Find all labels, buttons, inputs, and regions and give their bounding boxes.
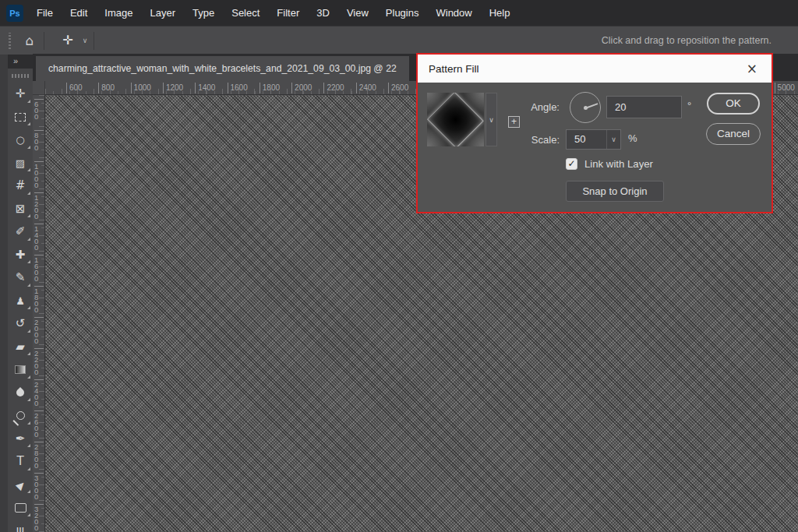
- dodge-tool-icon: [16, 411, 25, 420]
- separator: [44, 32, 44, 50]
- scale-label: Scale:: [511, 134, 560, 146]
- angle-label: Angle:: [511, 101, 560, 113]
- pen-tool[interactable]: ✒: [8, 428, 33, 451]
- ruler-label: 1800: [260, 83, 280, 93]
- clone-stamp-tool[interactable]: ♟: [8, 290, 33, 313]
- gradient-tool[interactable]: [8, 358, 33, 382]
- pattern-preview-diamond: [427, 93, 483, 146]
- spot-healing-brush-tool[interactable]: ✚: [8, 244, 33, 267]
- eyedropper-tool[interactable]: ✐: [8, 220, 33, 244]
- object-selection-tool[interactable]: ▨: [8, 152, 33, 175]
- ruler-label: 2400: [356, 83, 376, 93]
- crop-tool[interactable]: #: [8, 174, 33, 198]
- blur-tool[interactable]: [8, 382, 33, 405]
- ruler-label: 1 2 0 0: [34, 192, 44, 220]
- ruler-label: 1 6 0 0: [34, 255, 44, 282]
- menu-item-filter[interactable]: Filter: [268, 0, 308, 26]
- ruler-label: 2200: [323, 83, 344, 93]
- frame-tool-icon: ⊠: [16, 203, 26, 215]
- ruler-label: 1 8 0 0: [34, 286, 44, 313]
- menu-item-type[interactable]: Type: [184, 0, 223, 26]
- tool-preset-chevron-icon[interactable]: ∨: [79, 26, 91, 55]
- document-tab[interactable]: charming_attractive_woman_with_white_bra…: [36, 56, 409, 81]
- options-grip-handle[interactable]: [9, 33, 11, 49]
- status-hint-text: Click and drag to reposition the pattern…: [602, 26, 772, 55]
- scale-chevron-icon[interactable]: ∨: [606, 130, 620, 149]
- rectangle-tool[interactable]: [8, 496, 33, 520]
- type-tool-icon: T: [16, 456, 23, 467]
- menu-item-file[interactable]: File: [28, 0, 62, 26]
- rectangular-marquee-tool-icon: [15, 113, 26, 122]
- move-tool-icon[interactable]: ✛: [58, 26, 78, 55]
- tools-panel-header[interactable]: »: [8, 55, 33, 69]
- menu-item-select[interactable]: Select: [223, 0, 268, 26]
- frame-tool[interactable]: ⊠: [8, 198, 33, 221]
- eraser-tool-icon: ▰: [16, 341, 25, 353]
- ruler-label: 2000: [291, 83, 312, 93]
- double-chevron-icon[interactable]: »: [13, 56, 17, 65]
- ruler-label: 1 4 0 0: [34, 224, 44, 251]
- brush-tool[interactable]: ✎: [8, 266, 33, 290]
- menu-item-3d[interactable]: 3D: [308, 0, 338, 26]
- ruler-label: 8 0 0: [34, 130, 44, 151]
- dodge-tool[interactable]: [8, 404, 33, 428]
- ruler-label: 5000: [775, 83, 795, 93]
- vertical-ruler[interactable]: 6 0 08 0 01 0 0 01 2 0 01 4 0 01 6 0 01 …: [33, 95, 45, 532]
- pattern-thumbnail[interactable]: [427, 93, 484, 146]
- separator: [94, 32, 94, 50]
- menu-item-plugins[interactable]: Plugins: [377, 0, 428, 26]
- home-icon[interactable]: ⌂: [20, 26, 39, 55]
- eraser-tool[interactable]: ▰: [8, 336, 33, 359]
- new-pattern-button[interactable]: +: [508, 116, 520, 128]
- object-selection-tool-icon: ▨: [16, 158, 25, 168]
- panel-dock-edge: [0, 55, 8, 532]
- menu-item-help[interactable]: Help: [481, 0, 519, 26]
- blur-tool-icon: [16, 389, 24, 396]
- pattern-picker-chevron-icon[interactable]: ∨: [486, 93, 497, 146]
- ruler-label: 2 2 0 0: [34, 348, 44, 375]
- menu-item-window[interactable]: Window: [427, 0, 480, 26]
- hand-tool[interactable]: ψ: [8, 520, 33, 532]
- link-with-layer-checkbox[interactable]: ✓: [566, 158, 577, 170]
- menu-item-view[interactable]: View: [338, 0, 377, 26]
- lasso-tool[interactable]: ○: [8, 129, 33, 152]
- link-with-layer-label: Link with Layer: [584, 158, 653, 170]
- ruler-label: 1400: [195, 83, 215, 93]
- ruler-label: 3 0 0 0: [34, 473, 44, 500]
- rectangle-tool-icon: [15, 503, 26, 513]
- history-brush-tool[interactable]: ↺: [8, 312, 33, 336]
- pen-tool-icon: ✒: [16, 433, 26, 445]
- crop-tool-icon: #: [16, 180, 26, 192]
- gradient-tool-icon: [15, 365, 26, 374]
- ruler-label: 2600: [388, 83, 408, 93]
- move-tool[interactable]: ✛: [8, 83, 33, 106]
- cancel-button[interactable]: Cancel: [706, 123, 761, 145]
- tools-grip-handle[interactable]: [12, 74, 29, 78]
- ruler-corner: [33, 81, 45, 95]
- angle-dial[interactable]: [570, 92, 601, 123]
- dialog-title: Pattern Fill: [429, 63, 743, 75]
- move-tool-icon: ✛: [16, 88, 26, 100]
- ruler-label: 6 0 0: [34, 99, 44, 120]
- ok-button[interactable]: OK: [707, 93, 760, 115]
- options-bar: ⌂ ✛ ∨ Click and drag to reposition the p…: [0, 26, 798, 55]
- menu-item-layer[interactable]: Layer: [142, 0, 185, 26]
- hand-tool-icon: ψ: [16, 525, 24, 532]
- lasso-tool-icon: ○: [16, 135, 24, 145]
- ruler-label: 1600: [228, 83, 248, 93]
- ruler-label: 2 4 0 0: [34, 379, 44, 407]
- dialog-title-bar[interactable]: Pattern Fill ×: [418, 55, 772, 83]
- path-selection-tool[interactable]: ▶: [8, 474, 33, 497]
- photoshop-window: Ps FileEditImageLayerTypeSelectFilter3DV…: [0, 0, 798, 532]
- close-icon[interactable]: ×: [743, 61, 761, 77]
- angle-input[interactable]: 20: [606, 96, 682, 118]
- ruler-label: 600: [66, 83, 83, 93]
- scale-input[interactable]: 50 ∨: [566, 129, 621, 150]
- menu-item-image[interactable]: Image: [96, 0, 141, 26]
- menu-item-edit[interactable]: Edit: [62, 0, 96, 26]
- snap-to-origin-button[interactable]: Snap to Origin: [566, 181, 664, 202]
- angle-dial-needle[interactable]: [585, 103, 598, 108]
- pattern-fill-dialog: Pattern Fill × ∨ + Angle: 20 ° Scale: 50…: [416, 53, 773, 213]
- rectangular-marquee-tool[interactable]: [8, 106, 33, 129]
- type-tool[interactable]: T: [8, 450, 33, 474]
